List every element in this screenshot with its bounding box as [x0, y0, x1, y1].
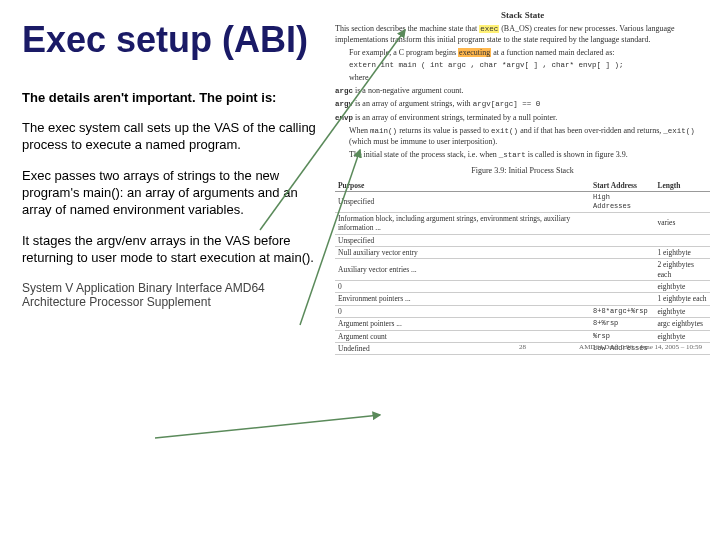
para-staging: It stages the argv/env arrays in the VAS… [22, 233, 322, 267]
table-row: Information block, including argument st… [335, 212, 710, 234]
table-row: 08+8*argc+%rspeightbyte [335, 305, 710, 317]
table-row: 0eightbyte [335, 281, 710, 293]
argv-desc: argv is an array of argument strings, wi… [335, 99, 710, 109]
main-return-desc: When main() returns its value is passed … [349, 126, 710, 146]
table-row: Null auxiliary vector entry1 eightbyte [335, 246, 710, 258]
executing-highlight: executing [458, 48, 491, 57]
envp-desc: envp is an array of environment strings,… [335, 113, 710, 123]
svg-line-2 [155, 415, 380, 438]
doc-intro: This section describes the machine state… [335, 24, 710, 44]
table-header: Purpose [335, 180, 590, 192]
table-row: Unspecified [335, 234, 710, 246]
left-column: Exec setup (ABI) The details aren't impo… [22, 20, 322, 310]
source-caption: System V Application Binary Interface AM… [22, 281, 322, 310]
table-header: Start Address [590, 180, 654, 192]
slide-title: Exec setup (ABI) [22, 20, 322, 60]
abi-document-excerpt: Stack State This section describes the m… [335, 10, 710, 355]
table-row: UnspecifiedHigh Addresses [335, 192, 710, 213]
para-exec-arrays: Exec passes two arrays of strings to the… [22, 168, 322, 219]
initial-state-desc: The initial state of the process stack, … [349, 150, 710, 160]
intro-para: The details aren't important. The point … [22, 90, 322, 107]
doc-example: For example, a C program begins executin… [349, 48, 710, 58]
figure-caption: Figure 3.9: Initial Process Stack [335, 166, 710, 176]
table-row: Argument pointers ...8+%rspargc eightbyt… [335, 318, 710, 330]
main-declaration: extern int main ( int argc , char *argv[… [349, 61, 710, 70]
table-row: Argument count%rspeightbyte [335, 330, 710, 342]
draft-stamp: AMD64 Draft 0.96 – June 14, 2005 – 10:59 [579, 343, 702, 352]
argc-desc: argc is a non-negative argument count. [335, 86, 710, 96]
section-title: Stack State [335, 10, 710, 21]
table-row: Auxiliary vector entries ...2 eightbytes… [335, 259, 710, 281]
initial-stack-table: PurposeStart AddressLength UnspecifiedHi… [335, 180, 710, 355]
table-header: Length [654, 180, 710, 192]
exec-highlight: exec [479, 25, 499, 33]
doc-footer: 28 AMD64 Draft 0.96 – June 14, 2005 – 10… [335, 343, 710, 352]
table-row: Environment pointers ...1 eightbyte each [335, 293, 710, 305]
para-exec-vas: The exec system call sets up the VAS of … [22, 120, 322, 154]
where-label: where [349, 73, 710, 83]
